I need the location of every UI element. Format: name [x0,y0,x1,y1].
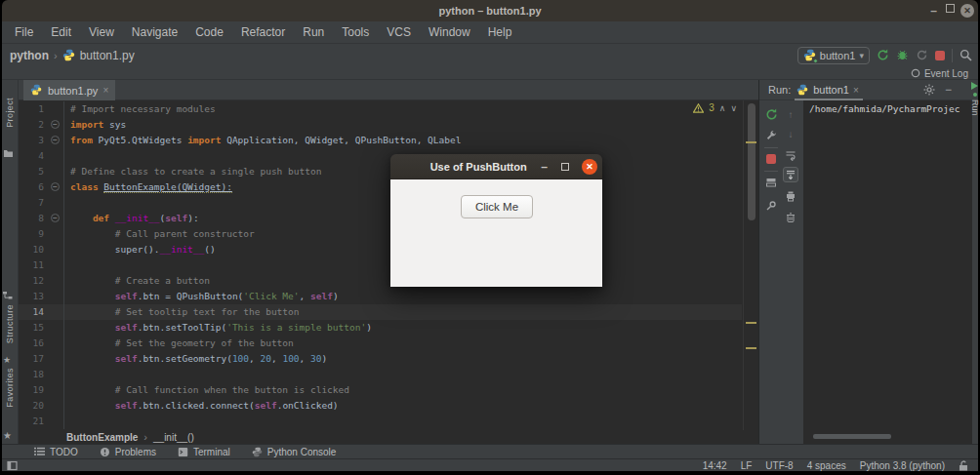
code-line[interactable]: 5# Define class to create a single push … [19,164,742,179]
tab-close-icon[interactable]: × [102,85,108,96]
clear-trash-icon[interactable] [783,210,798,225]
run-configuration-select[interactable]: button1 ▾ [797,47,870,64]
line-number[interactable]: 3− [19,133,64,148]
code-line[interactable]: 20 self.btn.clicked.connect(self.onClick… [19,398,742,414]
line-number[interactable]: 7 [19,195,64,211]
menu-item[interactable]: Tools [333,25,378,39]
search-everywhere-icon[interactable] [960,49,972,61]
menu-item[interactable]: Window [420,25,479,39]
code-line[interactable]: 13 self.btn = QPushButton('Click Me', se… [19,289,742,304]
menu-item[interactable]: View [80,25,123,39]
line-number[interactable]: 18 [19,367,64,382]
next-warning-icon[interactable]: ∨ [730,103,737,113]
line-number[interactable]: 21 [19,414,64,429]
soft-wrap-icon[interactable] [783,147,798,163]
stop-icon[interactable] [763,151,779,167]
warning-mark[interactable] [746,141,756,143]
menu-item[interactable]: Navigate [123,25,186,39]
line-number[interactable]: 9 [19,226,64,242]
code-line[interactable]: 8− def __init__(self): [19,211,742,226]
line-number[interactable]: 10 [19,242,64,257]
inspection-scrollbar[interactable] [743,100,758,430]
code-line[interactable]: 17 self.btn.setGeometry(100, 20, 100, 30… [19,351,742,367]
python-console-toolwindow-button[interactable]: Python Console [252,447,337,457]
line-number[interactable]: 12 [19,273,64,289]
code-line[interactable]: 14 # Set tooltip text for the button [19,304,742,320]
window-close-button[interactable]: ✕ [960,4,974,18]
code-line[interactable]: 12 # Create a button [19,273,742,289]
run-tab-button1[interactable]: button1 × [796,80,859,100]
prev-warning-icon[interactable]: ∧ [719,103,726,113]
code-line[interactable]: 21 [19,414,742,429]
up-stack-trace-icon[interactable]: ↑ [783,106,798,122]
status-line-ending[interactable]: LF [741,460,753,471]
fold-marker-icon[interactable]: − [51,214,60,222]
down-stack-trace-icon[interactable]: ↓ [783,126,798,141]
code-line[interactable]: 18 [19,367,742,382]
code-line[interactable]: 6−class ButtonExample(QWidget): [19,179,742,195]
debug-button[interactable] [896,49,909,61]
rerun-button[interactable] [877,49,889,61]
toolwindow-toggle-icon[interactable] [7,460,18,471]
code-line[interactable]: 15 self.btn.setToolTip('This is a simple… [19,320,742,336]
code-editor[interactable]: 1# Import necessary modules2−import sys3… [19,100,758,430]
event-log-button[interactable]: Event Log [911,66,968,80]
problems-toolwindow-button[interactable]: Problems [100,447,156,457]
coverage-button[interactable] [916,49,928,61]
code-line[interactable]: 10 super().__init__() [19,242,742,257]
line-number[interactable]: 6− [19,179,64,195]
line-number[interactable]: 8− [19,211,64,226]
window-minimize-button[interactable]: – [930,4,937,18]
line-number[interactable]: 19 [19,382,64,398]
line-number[interactable]: 16 [19,336,64,351]
stop-button[interactable] [935,51,945,60]
console-hscrollbar-thumb[interactable] [813,434,891,439]
fold-marker-icon[interactable]: − [51,120,60,129]
line-number[interactable]: 20 [19,398,64,414]
sidebar-item-favorites[interactable]: Favorites [5,368,15,408]
code-line[interactable]: 11 [19,257,742,273]
menu-item[interactable]: Edit [42,25,80,39]
sidebar-item-project[interactable]: Project [5,98,15,128]
scroll-to-end-icon[interactable] [783,167,798,182]
status-cursor-position[interactable]: 14:42 [703,460,727,471]
code-line[interactable]: 1# Import necessary modules [19,101,742,117]
menu-item[interactable]: File [6,25,42,39]
lock-icon[interactable] [959,460,968,471]
run-stripe-button[interactable]: Run [969,82,980,116]
line-number[interactable]: 5 [19,164,64,179]
dialog-close-button[interactable]: ✕ [582,159,597,175]
window-maximize-button[interactable] [946,4,955,13]
menu-item[interactable]: Help [479,25,521,39]
console-output[interactable]: /home/fahmida/PycharmProjec [803,100,972,114]
hide-panel-icon[interactable]: − [945,85,952,95]
line-number[interactable]: 2− [19,117,64,133]
breadcrumb-file[interactable]: button1.py [80,49,135,62]
rerun-icon[interactable] [763,106,779,122]
breadcrumb-project[interactable]: python [10,49,49,62]
tab-close-icon[interactable]: × [853,85,859,96]
click-me-button[interactable]: Click Me [461,195,533,218]
code-line[interactable]: 4 [19,148,742,164]
todo-toolwindow-button[interactable]: TODO [34,447,78,457]
code-line[interactable]: 16 # Set the geometry of the button [19,336,742,351]
warning-mark[interactable] [746,347,756,349]
line-number[interactable]: 17 [19,351,64,367]
dialog-titlebar[interactable]: Use of PushButton – ✕ [390,154,602,179]
status-encoding[interactable]: UTF-8 [765,460,793,471]
sidebar-item-structure[interactable]: Structure [5,304,15,343]
code-line[interactable]: 3−from PyQt5.QtWidgets import QApplicati… [19,133,742,148]
inspection-widget[interactable]: 3 ∧ ∨ [693,102,737,113]
code-line[interactable]: 7 [19,195,742,211]
editor-tab-button1[interactable]: button1.py × [23,80,115,100]
fold-marker-icon[interactable]: − [51,136,60,144]
breadcrumb-method[interactable]: __init__() [153,432,194,443]
editor-scrollbar-thumb[interactable] [748,103,755,220]
line-number[interactable]: 14 [19,304,64,320]
menu-item[interactable]: Code [186,25,232,39]
fold-marker-icon[interactable]: − [51,182,60,191]
favorites-star-icon[interactable]: ★ [3,430,12,441]
breadcrumb-class[interactable]: ButtonExample [66,432,138,443]
menu-item[interactable]: Refactor [232,25,294,39]
pin-icon[interactable] [763,198,779,214]
